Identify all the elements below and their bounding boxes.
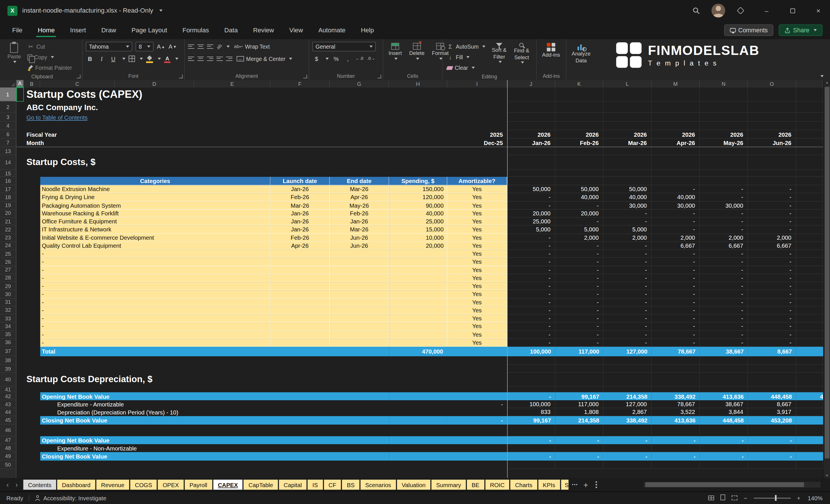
cell[interactable] <box>330 274 389 282</box>
cell[interactable]: - <box>40 298 270 306</box>
font-dialog-launcher-icon[interactable] <box>179 75 183 78</box>
cell[interactable] <box>389 298 447 306</box>
cell[interactable] <box>796 416 823 425</box>
cell[interactable] <box>330 330 389 339</box>
cell[interactable] <box>389 274 447 282</box>
cell[interactable]: 15,000 <box>389 226 447 234</box>
cell[interactable] <box>16 444 40 452</box>
sheet-tab-revenue[interactable]: Revenue <box>96 480 129 490</box>
cell[interactable] <box>389 444 507 452</box>
cell[interactable]: - <box>651 226 700 234</box>
cell[interactable] <box>16 201 40 209</box>
row-header-22[interactable]: 22 <box>0 226 16 234</box>
cell[interactable] <box>270 290 330 298</box>
cell[interactable] <box>796 101 823 113</box>
column-header-O[interactable]: O <box>748 80 796 87</box>
cell[interactable]: - <box>555 201 603 209</box>
cell[interactable]: Startup Costs Depreciation, $ <box>24 373 389 386</box>
cell[interactable]: - <box>604 274 651 282</box>
sheet-tab-payroll[interactable]: Payroll <box>185 480 212 490</box>
cell[interactable]: - <box>604 250 651 258</box>
cell[interactable]: - <box>748 306 796 314</box>
row-header-36[interactable]: 36 <box>0 339 16 347</box>
maximize-button[interactable] <box>788 8 797 13</box>
cell[interactable] <box>700 101 748 113</box>
cell[interactable] <box>16 339 40 347</box>
cell[interactable]: - <box>555 290 603 298</box>
cell[interactable]: 40,000 <box>604 193 651 201</box>
cell[interactable]: 2025 <box>447 130 507 139</box>
row-header-45[interactable]: 45 <box>0 416 16 425</box>
cell[interactable] <box>16 87 24 101</box>
row-header-50[interactable]: 50 <box>0 461 16 469</box>
cell[interactable] <box>796 323 823 330</box>
sheet-tab-cogs[interactable]: COGS <box>130 480 157 490</box>
cell[interactable] <box>389 266 447 274</box>
cell[interactable] <box>555 424 603 436</box>
cell[interactable]: Expenditure - Amortizable <box>40 400 389 408</box>
cell[interactable] <box>270 250 330 258</box>
cell[interactable]: 78,667 <box>651 400 700 408</box>
cell[interactable]: 338,492 <box>604 416 651 425</box>
cell[interactable]: - <box>604 242 651 250</box>
cell[interactable] <box>16 323 40 330</box>
cell[interactable]: Launch date <box>270 177 330 185</box>
cell[interactable] <box>651 424 700 436</box>
cell[interactable]: - <box>555 218 603 226</box>
diamond-icon[interactable] <box>736 8 745 13</box>
column-header-K[interactable]: K <box>555 80 603 87</box>
find-select-button[interactable]: Find &Select <box>512 42 532 65</box>
cell[interactable] <box>555 177 603 185</box>
cell[interactable] <box>555 170 603 177</box>
cell[interactable] <box>16 147 507 155</box>
cell[interactable]: - <box>700 250 748 258</box>
cell[interactable] <box>796 250 823 258</box>
cell[interactable]: Yes <box>447 274 507 282</box>
cell[interactable] <box>389 330 447 339</box>
row-header-13[interactable]: 13 <box>0 147 16 155</box>
cell[interactable]: - <box>604 209 651 217</box>
cell[interactable] <box>270 298 330 306</box>
cell[interactable]: 38,667 <box>700 400 748 408</box>
cell[interactable]: - <box>40 330 270 339</box>
document-title[interactable]: instant-noodle-manufacturing.xlsx - Read… <box>22 7 153 14</box>
cell[interactable] <box>604 444 651 452</box>
cell[interactable]: 2,000 <box>555 234 603 242</box>
cell[interactable]: - <box>604 436 651 444</box>
column-header-J[interactable]: J <box>507 80 555 87</box>
cell[interactable] <box>796 365 823 373</box>
cell[interactable] <box>651 356 700 365</box>
cell[interactable]: - <box>555 330 603 339</box>
cell[interactable]: Depreciation (Depreciation Period (Years… <box>40 408 389 416</box>
cell[interactable]: - <box>555 266 603 274</box>
excel-app-icon[interactable] <box>7 5 18 15</box>
vertical-scroll-thumb[interactable] <box>825 87 830 459</box>
align-right-icon[interactable] <box>207 56 213 61</box>
cell[interactable]: Yes <box>447 339 507 347</box>
cell[interactable]: Fiscal Year <box>24 130 270 139</box>
more-sheets-button[interactable]: ••• <box>569 482 581 487</box>
cell[interactable] <box>796 436 823 444</box>
cell[interactable] <box>389 323 447 330</box>
cell[interactable] <box>270 330 330 339</box>
sheet-tab-dashboard[interactable]: Dashboard <box>57 480 95 490</box>
cell[interactable]: - <box>700 290 748 298</box>
cell[interactable] <box>796 87 823 101</box>
cell[interactable] <box>700 386 748 392</box>
column-header-N[interactable]: N <box>700 80 748 87</box>
cell[interactable] <box>796 218 823 226</box>
cell[interactable] <box>330 250 389 258</box>
cell[interactable] <box>748 113 796 122</box>
cell[interactable] <box>270 258 330 266</box>
top-align-icon[interactable] <box>188 44 194 49</box>
increase-decimal-button[interactable]: ←.0 <box>355 54 364 63</box>
cell[interactable]: Quality Control Lab Equipment <box>40 242 270 250</box>
select-all-corner[interactable] <box>0 80 16 87</box>
row-header-18[interactable]: 18 <box>0 193 16 201</box>
cell[interactable]: 2026 <box>507 130 555 139</box>
cell[interactable] <box>604 424 651 436</box>
row-header-6[interactable]: 6 <box>0 130 16 139</box>
cell[interactable] <box>16 185 40 193</box>
cell[interactable] <box>389 436 507 444</box>
cell[interactable]: 6,667 <box>748 242 796 250</box>
